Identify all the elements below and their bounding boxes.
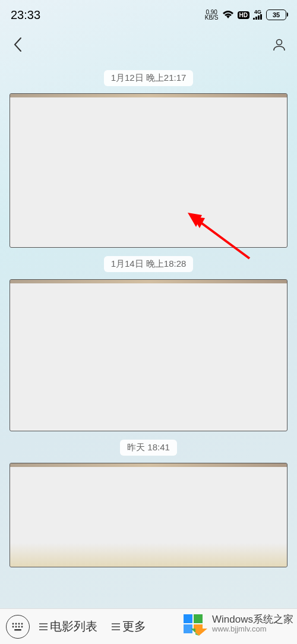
keyboard-toggle-button[interactable] (6, 615, 30, 639)
svg-point-10 (18, 623, 20, 624)
svg-rect-2 (258, 15, 260, 20)
svg-point-4 (277, 40, 282, 45)
signal-bars-icon (253, 14, 263, 20)
menu-more-button[interactable]: 更多 (107, 618, 151, 634)
network-speed: 0.90 KB/S (205, 10, 219, 20)
wifi-icon (222, 10, 234, 20)
watermark-text: Windows系统之家 www.bjjmlv.com (212, 614, 293, 634)
svg-rect-3 (260, 14, 262, 20)
svg-point-12 (12, 626, 14, 627)
signal-indicator: 4G (253, 10, 263, 20)
status-bar: 23:33 0.90 KB/S HD 4G 35 (0, 0, 297, 30)
svg-rect-0 (253, 18, 255, 20)
card-bottom-gradient (10, 543, 287, 567)
chevron-left-icon (13, 37, 23, 52)
svg-point-13 (15, 626, 17, 627)
clock-text: 23:33 (11, 8, 40, 22)
menu-label: 电影列表 (50, 618, 97, 634)
keyboard-icon (11, 622, 24, 632)
profile-button[interactable] (270, 35, 289, 54)
message-card[interactable] (10, 463, 287, 567)
menu-label: 更多 (122, 618, 146, 634)
battery-level-text: 35 (273, 11, 280, 18)
timestamp-pill: 1月12日 晚上21:17 (104, 70, 194, 86)
message-card[interactable] (10, 279, 287, 431)
battery-icon: 35 (266, 10, 286, 20)
watermark-title: Windows系统之家 (212, 614, 293, 626)
message-card[interactable] (10, 93, 287, 248)
card-header-strip (10, 280, 287, 283)
timestamp-pill: 1月14日 晚上18:28 (104, 256, 194, 272)
person-icon (272, 37, 286, 52)
status-icons-group: 0.90 KB/S HD 4G 35 (205, 10, 286, 20)
svg-rect-16 (14, 629, 21, 631)
svg-point-11 (21, 623, 23, 624)
back-button[interactable] (8, 35, 27, 54)
watermark: Windows系统之家 www.bjjmlv.com (179, 608, 297, 639)
card-header-strip (10, 94, 287, 97)
svg-rect-1 (255, 17, 257, 20)
net-speed-unit: KB/S (205, 15, 219, 20)
menu-lines-icon (39, 620, 48, 633)
watermark-url: www.bjjmlv.com (212, 625, 293, 634)
signal-4g-label: 4G (254, 10, 261, 15)
svg-rect-23 (184, 614, 192, 623)
menu-movie-list-button[interactable]: 电影列表 (34, 618, 102, 634)
menu-lines-icon (112, 620, 120, 633)
svg-point-14 (18, 626, 20, 627)
hd-badge: HD (238, 11, 249, 19)
svg-point-9 (15, 623, 17, 624)
svg-point-8 (12, 623, 14, 624)
timestamp-pill: 昨天 18:41 (120, 440, 177, 456)
chat-scroll-area[interactable]: 1月12日 晚上21:17 1月14日 晚上18:28 昨天 18:41 (0, 59, 297, 608)
nav-bar (0, 30, 297, 59)
svg-point-15 (21, 626, 23, 627)
svg-rect-24 (194, 614, 203, 623)
card-header-strip (10, 463, 287, 467)
watermark-logo-icon (182, 611, 208, 637)
